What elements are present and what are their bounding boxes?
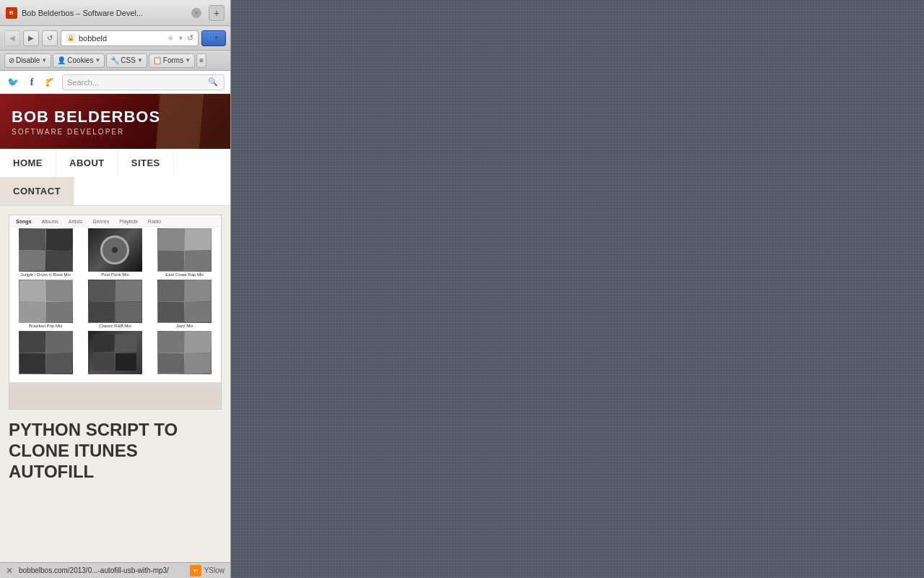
back-button[interactable]: ◀	[4, 30, 20, 46]
tab-radio[interactable]: Radio	[146, 218, 163, 225]
website-content: BOB BELDERBOS SOFTWARE DEVELOPER HOME AB…	[0, 94, 230, 562]
status-bar: ✕ bobbelbos.com/2013/0...-autofill-usb-w…	[0, 562, 230, 578]
album-thumb-7	[19, 331, 73, 374]
background-panel	[231, 0, 924, 578]
site-header: BOB BELDERBOS SOFTWARE DEVELOPER	[0, 94, 230, 149]
toolbar-bar: ⊘ Disable ▼ 👤 Cookies ▼ 🔧 CSS ▼ 📋 Forms …	[0, 51, 230, 71]
music-grid: Songs Albums Artists Genres Playlists Ra…	[9, 215, 221, 382]
new-tab-button[interactable]: +	[209, 5, 225, 21]
content-area: Songs Albums Artists Genres Playlists Ra…	[0, 206, 230, 562]
cookies-label: Cookies	[67, 56, 93, 64]
music-label-7	[45, 375, 46, 379]
site-nav: HOME ABOUT SITES CONTACT	[0, 149, 230, 206]
reload-icon[interactable]: ↺	[187, 33, 193, 43]
music-cell-1: Jungle / Drum n' Bass Mix	[11, 227, 80, 278]
css-arrow: ▼	[137, 57, 143, 64]
yslow-addon: Y! YSlow	[190, 565, 225, 577]
site-icon: 🔒	[66, 33, 76, 43]
music-grid-header: Songs Albums Artists Genres Playlists Ra…	[11, 217, 219, 227]
tab-favicon: B	[6, 7, 17, 19]
cookies-button[interactable]: 👤 Cookies ▼	[53, 53, 105, 68]
music-cell-4: Brazilian Pop Mix	[11, 278, 80, 329]
cookies-arrow: ▼	[95, 57, 100, 64]
search-submit-button[interactable]: 🔍	[206, 76, 219, 89]
tab-songs[interactable]: Songs	[14, 218, 33, 225]
refresh-button[interactable]: ↺	[42, 30, 58, 46]
dropdown-icon: ▼	[214, 35, 219, 41]
music-cell-6: Jazz Mix	[150, 278, 219, 329]
browser-window: B Bob Belderbos – Software Devel... × + …	[0, 0, 231, 578]
disable-icon: ⊘	[9, 56, 14, 64]
music-cell-9	[150, 329, 219, 381]
tab-albums[interactable]: Albums	[39, 218, 60, 225]
search-placeholder: Search...	[67, 78, 204, 87]
disable-arrow: ▼	[41, 57, 47, 64]
tab-close-button[interactable]: ×	[191, 8, 201, 18]
search-box[interactable]: Search... 🔍	[62, 74, 225, 90]
cookies-icon: 👤	[57, 56, 66, 64]
yslow-label: YSlow	[204, 566, 225, 574]
tab-playlists[interactable]: Playlists	[117, 218, 140, 225]
google-icon: G	[208, 34, 214, 42]
forms-icon: 📋	[153, 56, 162, 64]
music-cell-8	[80, 329, 149, 381]
social-bar: 🐦 f Search... 🔍	[0, 71, 230, 94]
tab-genres[interactable]: Genres	[90, 218, 111, 225]
album-thumb-4	[19, 280, 73, 323]
status-url: bobbelbos.com/2013/0...-autofill-usb-wit…	[19, 566, 184, 574]
disable-button[interactable]: ⊘ Disable ▼	[4, 53, 51, 68]
facebook-icon[interactable]: f	[25, 75, 39, 90]
rss-icon[interactable]	[43, 75, 58, 90]
music-cell-7	[11, 329, 80, 381]
music-label-2: Post Punk Mix	[101, 272, 128, 277]
album-thumb-8	[88, 331, 142, 374]
album-thumb-6	[157, 280, 212, 323]
music-cell-2: Post Punk Mix	[80, 227, 149, 278]
music-label-6: Jazz Mix	[176, 324, 193, 328]
music-label-1: Jungle / Drum n' Bass Mix	[20, 272, 71, 277]
site-name: BOB BELDERBOS	[12, 108, 160, 126]
music-label-5: Classic R&B Mix	[99, 324, 131, 328]
address-text: bobbeld	[79, 34, 164, 43]
nav-home[interactable]: HOME	[0, 149, 56, 177]
css-button[interactable]: 🔧 CSS ▼	[106, 53, 147, 68]
nav-sites[interactable]: SITES	[118, 149, 174, 177]
album-thumb-9	[157, 331, 212, 374]
music-cell-5: Classic R&B Mix	[80, 278, 149, 329]
more-button[interactable]: ≡	[196, 53, 206, 68]
css-icon: 🔧	[110, 56, 119, 64]
dropdown-arrow[interactable]: ▼	[178, 35, 184, 42]
css-label: CSS	[121, 56, 136, 64]
yslow-icon: Y!	[190, 565, 201, 577]
forward-button[interactable]: ▶	[23, 30, 39, 46]
google-button[interactable]: G ▼	[201, 30, 226, 46]
music-cell-3: East Coast Rap Mix	[150, 227, 219, 278]
svg-point-0	[46, 84, 49, 87]
album-thumb-2	[88, 228, 142, 272]
bookmark-icon[interactable]: ★	[167, 33, 175, 43]
forms-label: Forms	[163, 56, 183, 64]
twitter-icon[interactable]: 🐦	[6, 75, 20, 90]
forms-button[interactable]: 📋 Forms ▼	[149, 53, 195, 68]
music-label-3: East Coast Rap Mix	[165, 272, 204, 277]
album-thumb-3	[157, 228, 212, 272]
forms-arrow: ▼	[185, 57, 191, 64]
music-label-9	[184, 375, 186, 379]
nav-about[interactable]: ABOUT	[56, 149, 118, 177]
music-label-4: Brazilian Pop Mix	[29, 324, 62, 328]
tab-artists[interactable]: Artists	[66, 218, 84, 225]
music-label-8	[115, 375, 116, 379]
post-image: Songs Albums Artists Genres Playlists Ra…	[9, 215, 222, 410]
title-bar: B Bob Belderbos – Software Devel... × +	[0, 0, 230, 26]
album-thumb-5	[88, 280, 142, 323]
site-subtitle: SOFTWARE DEVELOPER	[12, 128, 160, 136]
tab-title: Bob Belderbos – Software Devel...	[22, 9, 187, 17]
nav-contact[interactable]: CONTACT	[0, 177, 74, 205]
header-text: BOB BELDERBOS SOFTWARE DEVELOPER	[12, 108, 160, 136]
disable-label: Disable	[16, 56, 40, 64]
nav-bar: ◀ ▶ ↺ 🔒 bobbeld ★ ▼ ↺ G ▼	[0, 26, 230, 51]
status-close-button[interactable]: ✕	[6, 566, 13, 576]
yslow-icon-text: Y!	[193, 569, 198, 573]
post-title: PYTHON SCRIPT TO CLONE ITUNES AUTOFILL	[9, 420, 222, 482]
address-bar[interactable]: 🔒 bobbeld ★ ▼ ↺	[61, 30, 199, 46]
